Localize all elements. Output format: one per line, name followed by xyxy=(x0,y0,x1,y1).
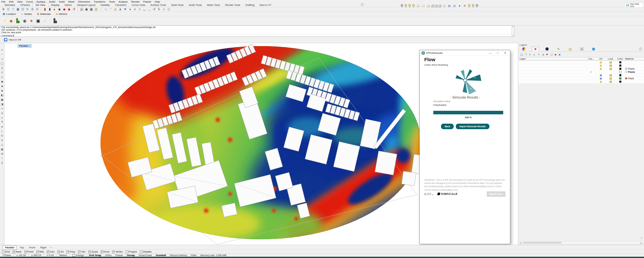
checkbox[interactable] xyxy=(140,251,142,253)
side-tool-icon-17[interactable]: ● xyxy=(1,126,3,128)
layer-on-toggle[interactable] xyxy=(596,65,606,67)
sheet-icon[interactable]: ❏ xyxy=(550,53,553,56)
export-icon[interactable]: ▤ xyxy=(80,7,84,11)
layers-tab-icon[interactable]: ❖ xyxy=(532,47,539,52)
toolbar-gear-icon[interactable] xyxy=(361,3,364,7)
save-icon[interactable]: ▦ xyxy=(89,7,93,11)
layer-on-toggle[interactable] xyxy=(596,62,606,63)
layer-row-radius[interactable]: Plasti xyxy=(518,77,644,80)
rotate-view-icon[interactable]: ↻ xyxy=(25,7,30,11)
web-tab-icon[interactable] xyxy=(590,47,597,52)
layer-lock-toggle[interactable] xyxy=(606,64,615,67)
layers-col-lock[interactable]: Lock xyxy=(606,57,615,60)
zoom-in-icon[interactable]: ⊕ xyxy=(30,7,34,11)
move-up-icon[interactable]: ▲ xyxy=(533,53,535,56)
layer-on-toggle[interactable] xyxy=(596,78,606,80)
scroll-left-icon[interactable]: ◀ xyxy=(519,242,522,244)
layer-material[interactable]: Plaste xyxy=(625,71,644,73)
delete-layer-icon[interactable]: ✕ xyxy=(529,53,531,56)
wheel-icon[interactable]: ◉ xyxy=(22,18,27,24)
layer-lock-toggle[interactable] xyxy=(606,61,615,63)
lamp-icon[interactable]: ◌ xyxy=(99,7,103,11)
osnap-near[interactable]: Near xyxy=(13,250,21,253)
osnap-end[interactable]: End xyxy=(2,250,10,253)
move-down-icon[interactable]: ▼ xyxy=(537,53,540,56)
runner-icon[interactable]: ϟ xyxy=(157,7,161,11)
vehicle-icon-4[interactable]: ◆ xyxy=(67,7,71,11)
sketch-icon[interactable]: ∿ xyxy=(104,7,108,11)
layer-on-toggle[interactable] xyxy=(596,81,606,83)
layer-color-swatch[interactable] xyxy=(615,81,625,83)
filter-icon[interactable]: ▼ xyxy=(546,53,548,56)
vehicle-icon-3[interactable]: ◆ xyxy=(62,7,66,11)
osnap-quad[interactable]: Quad xyxy=(88,250,98,253)
layer-color-swatch[interactable] xyxy=(615,71,625,73)
status-filter[interactable]: Filter xyxy=(189,254,198,257)
viewport-tab-parallel[interactable]: Parallel xyxy=(3,245,17,250)
toolbar-tab-mesh-tools[interactable]: Mesh Tools xyxy=(205,3,223,7)
checkbox[interactable] xyxy=(72,254,75,257)
checkbox[interactable] xyxy=(88,251,91,253)
osnap-knot[interactable]: Knot xyxy=(101,250,109,253)
osnap-point[interactable]: Point xyxy=(24,250,34,253)
plugin-tab-metrics[interactable]: ▰ Metrics xyxy=(56,12,67,15)
checkbox[interactable] xyxy=(2,251,5,253)
viewport-title-dropdown[interactable]: Parallel ▼ xyxy=(18,44,32,48)
chart-icon[interactable]: ▙ xyxy=(15,18,21,24)
side-tool-icon-7[interactable]: ◆ xyxy=(1,81,3,83)
new-layer-icon[interactable]: ❏ xyxy=(520,53,523,56)
trophy-icon[interactable]: ♦ xyxy=(128,7,132,11)
plant-icon[interactable]: ∗ xyxy=(133,7,137,11)
tools-icon[interactable]: ◆ xyxy=(554,53,556,56)
side-tool-icon-11[interactable]: ▣ xyxy=(1,99,4,101)
camera-icon[interactable]: ▣ xyxy=(35,18,41,24)
layer-color-swatch[interactable] xyxy=(615,64,625,67)
arc-tool-icon[interactable]: ◠ xyxy=(109,7,113,11)
side-tool-icon-21[interactable]: ◻ xyxy=(1,144,3,146)
side-tool-icon-19[interactable]: ↻ xyxy=(1,135,3,137)
minimize-button[interactable]: — xyxy=(487,52,493,54)
osnap-perp[interactable]: Perp xyxy=(66,250,75,253)
print-icon[interactable]: ▥ xyxy=(94,7,98,11)
zoom-out-icon[interactable]: ⊖ xyxy=(35,7,39,11)
toolbar-tab-new-in-v7[interactable]: New in V7 xyxy=(257,3,274,7)
zoom-extents-icon[interactable]: ⊡ xyxy=(21,7,25,11)
red-marker-icon[interactable]: ▮ xyxy=(43,7,47,11)
status-record-history[interactable]: Record History xyxy=(168,254,189,257)
sun-study-icon[interactable]: ◔ xyxy=(2,18,7,24)
layer-row-context[interactable]: Plaste xyxy=(518,67,644,71)
side-tool-icon-3[interactable]: ◯ xyxy=(1,62,4,65)
side-tool-icon-4[interactable]: ◷ xyxy=(1,67,3,70)
toolbar-tab-standard[interactable]: Standard xyxy=(2,3,17,7)
checkbox[interactable] xyxy=(13,251,15,253)
layers-col-on[interactable]: On xyxy=(596,57,606,60)
star-icon[interactable]: ∗ xyxy=(138,7,142,11)
snowflake-icon[interactable]: ∗ xyxy=(162,7,166,11)
display-tab-icon[interactable]: ✎ xyxy=(555,47,562,52)
status-x-82-06[interactable]: x -82.06 xyxy=(14,254,29,257)
toolbar-tab-display[interactable]: Display xyxy=(48,3,62,7)
funnel-icon[interactable]: ▼ xyxy=(123,7,127,11)
compass-icon[interactable]: ◎ xyxy=(113,7,118,11)
layer-on-toggle[interactable] xyxy=(596,74,606,76)
boat-light-icon[interactable]: ◡ xyxy=(147,7,151,11)
side-tool-icon-16[interactable]: ┗ xyxy=(1,121,3,124)
layer-lock-toggle[interactable] xyxy=(606,68,615,70)
status-osnap[interactable]: Osnap xyxy=(125,254,137,257)
boat-dark-icon[interactable]: ◡ xyxy=(142,7,147,11)
layer-color-swatch[interactable] xyxy=(615,74,625,76)
status-smarttrack[interactable]: SmartTrack xyxy=(137,254,154,257)
view-in-vr-button[interactable]: View in VR xyxy=(2,37,23,42)
plugin-tab-location[interactable]: ◉ Location xyxy=(3,12,16,15)
side-tool-icon-24[interactable]: ✓ xyxy=(1,157,3,160)
toolbar-tab-curve-tools[interactable]: Curve Tools xyxy=(129,3,148,7)
maximize-button[interactable]: □ xyxy=(495,52,501,54)
osnap-disable[interactable]: Disable xyxy=(140,250,152,253)
toolbar-tab-drafting[interactable]: Drafting xyxy=(243,3,257,7)
osnap-mid[interactable]: Mid xyxy=(36,250,44,253)
orbit-icon[interactable]: ↺ xyxy=(152,7,156,11)
side-tool-icon-9[interactable]: ■ xyxy=(1,90,3,92)
help-icon[interactable]: ◉ xyxy=(558,53,561,56)
osnap-vertex[interactable]: Vertex xyxy=(112,250,123,253)
osnap-cen[interactable]: Cen xyxy=(47,250,55,253)
